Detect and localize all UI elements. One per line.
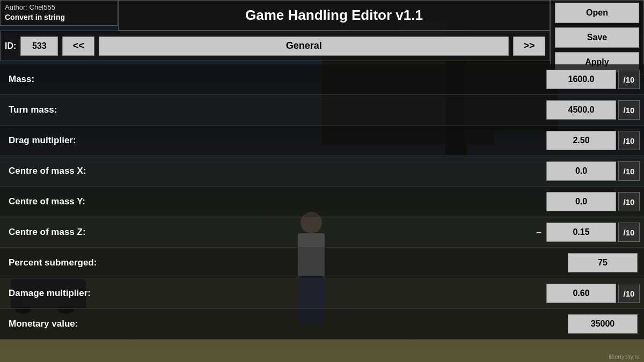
- param-divisor: /10: [618, 70, 640, 89]
- param-label: Percent submerged:: [4, 257, 568, 268]
- param-value-input[interactable]: [546, 161, 616, 181]
- param-value-input[interactable]: [546, 192, 616, 211]
- param-divisor: /10: [618, 131, 640, 150]
- param-divisor: /10: [618, 192, 640, 211]
- param-value-input[interactable]: [546, 284, 616, 303]
- param-label: Monetary value:: [4, 319, 568, 329]
- save-button[interactable]: Save: [555, 27, 639, 48]
- param-value-input[interactable]: [546, 70, 616, 89]
- param-row: Centre of mass Y:/10: [0, 187, 644, 217]
- param-row: Monetary value:: [0, 309, 644, 339]
- param-label: Drag multiplier:: [4, 135, 546, 146]
- param-row: Centre of mass Z:–/10: [0, 217, 644, 248]
- params-area: Mass:/10Turn mass:/10Drag multiplier:/10…: [0, 64, 644, 362]
- param-row: Turn mass:/10: [0, 95, 644, 125]
- param-row: Centre of mass X:/10: [0, 156, 644, 187]
- param-minus-sign: –: [533, 227, 544, 238]
- open-button[interactable]: Open: [555, 3, 639, 23]
- param-label: Turn mass:: [4, 105, 546, 115]
- param-label: Centre of mass Z:: [4, 227, 533, 238]
- next-button[interactable]: >>: [513, 36, 545, 56]
- param-label: Centre of mass X:: [4, 166, 546, 176]
- param-label: Damage multiplier:: [4, 288, 546, 299]
- param-label: Centre of mass Y:: [4, 196, 546, 207]
- param-divisor: /10: [618, 100, 640, 120]
- param-divisor: /10: [618, 223, 640, 242]
- prev-button[interactable]: <<: [62, 36, 94, 56]
- param-divisor: /10: [618, 161, 640, 181]
- right-buttons-panel: Open Save Apply: [550, 0, 644, 75]
- param-value-input[interactable]: [568, 314, 638, 334]
- param-row: Mass:/10: [0, 64, 644, 95]
- param-row: Drag multiplier:/10: [0, 125, 644, 156]
- param-row: Percent submerged:: [0, 248, 644, 278]
- param-value-input[interactable]: [546, 100, 616, 120]
- param-row: Damage multiplier:/10: [0, 278, 644, 309]
- param-value-input[interactable]: [568, 253, 638, 272]
- id-input[interactable]: [20, 36, 58, 56]
- param-divisor: /10: [618, 284, 640, 303]
- param-value-input[interactable]: [546, 131, 616, 150]
- param-value-input[interactable]: [546, 223, 616, 242]
- param-label: Mass:: [4, 74, 546, 85]
